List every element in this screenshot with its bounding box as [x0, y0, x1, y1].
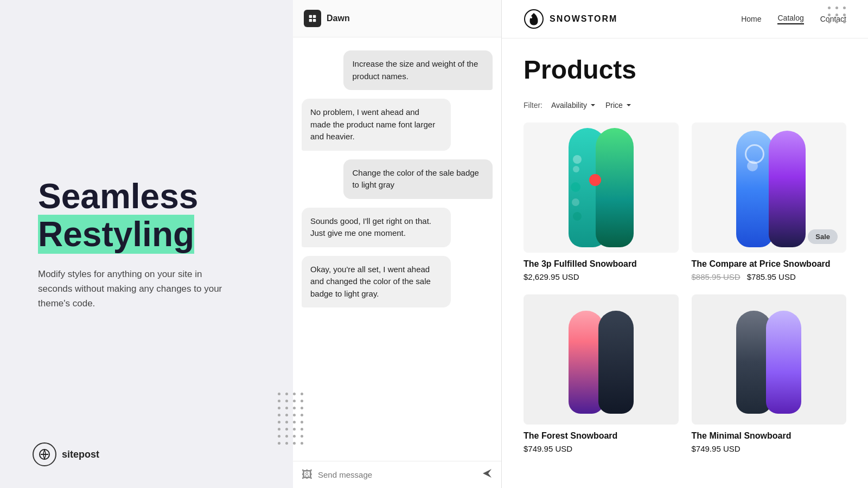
- message-2: No problem, I went ahead and made the pr…: [302, 99, 451, 151]
- message-4: Sounds good, I'll get right on that. Jus…: [302, 208, 451, 247]
- svg-rect-2: [309, 15, 312, 18]
- chat-input[interactable]: [318, 470, 476, 479]
- dot-pattern-left: [278, 393, 304, 445]
- logo-text: sitepost: [62, 449, 99, 460]
- store-logo: SNOWSTORM: [524, 9, 617, 29]
- price-filter[interactable]: Price: [605, 101, 633, 110]
- svg-rect-3: [313, 15, 316, 18]
- left-panel: Seamless Restyling Modify styles for any…: [0, 0, 293, 488]
- product-price-1: $2,629.95 USD: [524, 272, 679, 281]
- chat-panel: Dawn Increase the size and weight of the…: [293, 0, 502, 488]
- product-price-4: $749.95 USD: [692, 444, 847, 453]
- product-name-3: The Forest Snowboard: [524, 431, 679, 441]
- nav-home[interactable]: Home: [741, 15, 761, 23]
- message-1: Increase the size and weight of the prod…: [343, 50, 493, 90]
- sitepost-logo: sitepost: [33, 442, 99, 466]
- filter-bar: Filter: Availability Price: [524, 101, 846, 110]
- sale-badge: Sale: [808, 229, 838, 244]
- product-card-2[interactable]: Sale The Compare at Price Snowboard $885…: [692, 123, 847, 281]
- product-image-4: [692, 294, 847, 425]
- chat-header-title: Dawn: [327, 14, 350, 23]
- availability-filter[interactable]: Availability: [551, 101, 597, 110]
- svg-rect-4: [309, 19, 312, 22]
- products-grid: The 3p Fulfilled Snowboard $2,629.95 USD…: [524, 123, 846, 453]
- dot-pattern-top-right: [828, 7, 846, 23]
- store-content: Products Filter: Availability Price: [502, 38, 868, 488]
- product-card-1[interactable]: The 3p Fulfilled Snowboard $2,629.95 USD: [524, 123, 679, 281]
- product-price-3: $749.95 USD: [524, 444, 679, 453]
- product-name-1: The 3p Fulfilled Snowboard: [524, 259, 679, 269]
- message-3: Change the color of the sale badge to li…: [343, 159, 493, 199]
- svg-point-7: [530, 16, 532, 18]
- store-nav: SNOWSTORM Home Catalog Contact: [502, 0, 868, 38]
- store-logo-text: SNOWSTORM: [550, 14, 617, 24]
- product-image-2: Sale: [692, 123, 847, 253]
- chat-app-icon: [304, 10, 321, 27]
- product-name-4: The Minimal Snowboard: [692, 431, 847, 441]
- store-page-title: Products: [524, 55, 846, 85]
- image-attach-icon[interactable]: 🖼: [302, 468, 312, 481]
- hero-description: Modify styles for anything on your site …: [38, 267, 239, 311]
- message-5: Okay, you're all set, I went ahead and c…: [302, 256, 451, 308]
- product-price-2: $885.95 USD $785.95 USD: [692, 272, 847, 281]
- svg-rect-5: [313, 19, 316, 22]
- product-image-1: [524, 123, 679, 253]
- hero-line2: Restyling: [38, 215, 194, 254]
- chat-footer[interactable]: 🖼: [293, 461, 501, 488]
- store-panel: SNOWSTORM Home Catalog Contact Products …: [502, 0, 868, 488]
- hero-title: Seamless Restyling: [38, 177, 260, 254]
- hero-line1: Seamless: [38, 177, 198, 216]
- product-card-3[interactable]: The Forest Snowboard $749.95 USD: [524, 294, 679, 453]
- nav-catalog[interactable]: Catalog: [777, 14, 803, 24]
- product-image-3: [524, 294, 679, 425]
- logo-icon: [33, 442, 56, 466]
- product-card-4[interactable]: The Minimal Snowboard $749.95 USD: [692, 294, 847, 453]
- chat-messages: Increase the size and weight of the prod…: [293, 37, 501, 461]
- chat-header: Dawn: [293, 0, 501, 37]
- product-name-2: The Compare at Price Snowboard: [692, 259, 847, 269]
- filter-label: Filter:: [524, 101, 542, 110]
- send-button[interactable]: [482, 468, 493, 481]
